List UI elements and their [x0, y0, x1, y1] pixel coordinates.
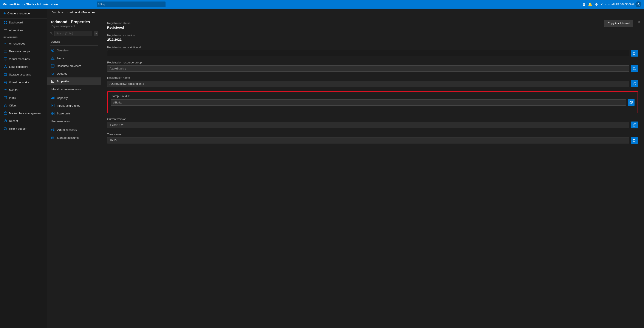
nav-panel: redmond - Properties Region management «… [47, 16, 101, 328]
time-server-label: Time server [107, 133, 638, 136]
nav-item-storage-accounts[interactable]: Storage accounts [47, 134, 101, 142]
collapse-nav-button[interactable]: « [94, 31, 98, 36]
bell-icon[interactable]: 🔔 [588, 2, 592, 6]
user-menu[interactable]: ··· ··· AZURE STACK CI 04 [605, 1, 642, 7]
copy-registration-name-button[interactable] [631, 80, 638, 87]
nav-search-input[interactable] [54, 31, 92, 36]
sidebar-item-virtual-networks[interactable]: Virtual networks [0, 78, 47, 86]
capacity-icon [51, 96, 55, 100]
sidebar-item-storage-accounts[interactable]: Storage accounts [0, 70, 47, 78]
vnet-nav-icon [51, 128, 55, 132]
overview-icon [51, 48, 55, 52]
help-support-icon: ? [4, 127, 7, 131]
svg-rect-49 [54, 97, 54, 99]
nav-item-capacity[interactable]: Capacity [47, 94, 101, 102]
svg-rect-19 [4, 73, 7, 75]
svg-point-58 [54, 130, 54, 131]
sidebar-item-all-resources[interactable]: All resources [0, 39, 47, 47]
load-balancers-icon [4, 65, 7, 69]
content-area: Dashboard › redmond - Properties redmond… [47, 8, 644, 328]
sidebar-storage-accounts-label: Storage accounts [9, 73, 31, 76]
marketplace-icon [4, 111, 7, 115]
copy-current-version-button[interactable] [631, 121, 638, 128]
sidebar-offers-label: Offers [9, 104, 16, 107]
sidebar-item-offers[interactable]: Offers [0, 101, 47, 109]
nav-properties-label: Properties [57, 80, 70, 83]
sidebar-item-all-services[interactable]: All services [0, 26, 47, 34]
svg-point-37 [52, 50, 53, 51]
svg-point-40 [52, 59, 53, 59]
nav-item-resource-providers[interactable]: Resource providers [47, 62, 101, 70]
svg-rect-63 [633, 52, 635, 55]
nav-divider-1 [50, 45, 98, 46]
svg-point-2 [638, 3, 639, 4]
copy-icon-2 [633, 67, 636, 70]
virtual-machines-icon [4, 57, 7, 61]
monitor-icon [4, 88, 7, 92]
sidebar-dashboard-label: Dashboard [9, 21, 23, 24]
svg-rect-4 [6, 21, 7, 22]
svg-point-14 [5, 65, 6, 66]
svg-rect-30 [4, 113, 7, 115]
sidebar-marketplace-label: Marketplace management [9, 112, 41, 115]
copy-stamp-cloud-id-button[interactable] [628, 99, 634, 106]
sidebar-help-support-label: Help + support [9, 127, 27, 130]
nav-virtual-networks-label: Virtual networks [57, 128, 77, 132]
sidebar-item-recent[interactable]: Recent [0, 117, 47, 125]
sidebar-item-monitor[interactable]: Monitor [0, 86, 47, 94]
create-resource-button[interactable]: + Create a resource [0, 8, 47, 18]
registration-expiration-row: Registration expiration 2/19/2021 [107, 33, 638, 41]
all-resources-icon [4, 41, 7, 45]
sidebar-item-help-support[interactable]: ? Help + support [0, 125, 47, 132]
sidebar-item-plans[interactable]: Plans [0, 94, 47, 101]
topbar: Microsoft Azure Stack - Administration ⊞… [0, 0, 644, 8]
portal-icon[interactable]: ⊞ [583, 2, 586, 6]
alerts-icon [51, 56, 55, 60]
nav-item-virtual-networks[interactable]: Virtual networks [47, 126, 101, 134]
settings-icon[interactable]: ⚙ [595, 2, 598, 6]
svg-line-25 [5, 82, 6, 83]
sidebar-resource-groups-label: Resource groups [9, 50, 30, 53]
copy-resource-group-button[interactable] [631, 65, 638, 72]
svg-point-22 [6, 81, 7, 82]
sidebar-item-resource-groups[interactable]: Resource groups [0, 47, 47, 55]
nav-item-updates[interactable]: Updates [47, 70, 101, 77]
offers-icon [4, 103, 7, 107]
stamp-cloud-id-field-row: d2fada [111, 99, 634, 106]
nav-panel-header: redmond - Properties Region management [47, 16, 101, 29]
nav-item-scale-units[interactable]: Scale units [47, 109, 101, 117]
infra-roles-icon [51, 104, 55, 107]
copy-time-server-button[interactable] [631, 137, 638, 144]
sidebar-recent-label: Recent [9, 119, 18, 123]
topbar-icons: ⊞ 🔔 ⚙ ? ··· ··· AZURE STACK CI 04 [583, 1, 642, 7]
sidebar-item-dashboard[interactable]: Dashboard [0, 18, 47, 26]
breadcrumb-dashboard[interactable]: Dashboard [52, 11, 66, 14]
storage-accounts-icon [4, 72, 7, 76]
nav-item-properties[interactable]: Properties [47, 77, 101, 85]
registration-name-field-row: AzureStackCIRegistration-s [107, 80, 638, 87]
avatar [636, 1, 642, 7]
svg-point-21 [4, 82, 5, 83]
close-button[interactable]: × [638, 20, 640, 24]
nav-divider-2 [50, 93, 98, 93]
sidebar-item-virtual-machines[interactable]: Virtual machines [0, 55, 47, 63]
sidebar-item-load-balancers[interactable]: Load balancers [0, 63, 47, 70]
svg-text:?: ? [5, 128, 6, 130]
current-version-field-row: 1.2002.0.29 [107, 121, 638, 128]
svg-rect-52 [51, 112, 52, 113]
nav-item-alerts[interactable]: Alerts [47, 54, 101, 62]
svg-rect-10 [4, 50, 7, 52]
stamp-cloud-id-field: d2fada [111, 99, 626, 106]
registration-status-label: Registration status [107, 21, 638, 25]
nav-item-overview[interactable]: Overview [47, 46, 101, 54]
svg-rect-20 [4, 75, 5, 75]
search-input[interactable] [102, 3, 164, 6]
help-icon[interactable]: ? [600, 2, 602, 6]
search-icon [98, 3, 101, 6]
nav-item-infrastructure-roles[interactable]: Infrastructure roles [47, 102, 101, 109]
search-box[interactable] [97, 1, 166, 7]
sidebar-item-marketplace[interactable]: Marketplace management [0, 109, 47, 117]
nav-scale-units-label: Scale units [57, 112, 70, 115]
svg-rect-47 [52, 97, 53, 99]
copy-subscription-id-button[interactable] [631, 50, 638, 56]
